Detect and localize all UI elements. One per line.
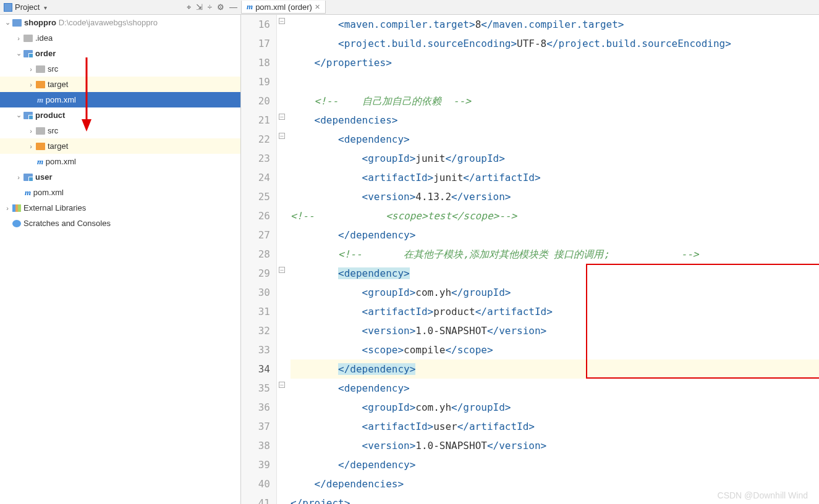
tree-order-target[interactable]: › target <box>0 77 240 92</box>
chevron-right-icon[interactable]: › <box>26 81 36 88</box>
collapse-icon[interactable]: ÷ <box>208 2 212 12</box>
tree-scratches[interactable]: Scratches and Consoles <box>0 216 240 231</box>
folder-icon <box>36 81 45 88</box>
tree-label: shoppro <box>24 18 56 27</box>
folder-icon <box>36 65 45 73</box>
tree-label: src <box>48 64 58 74</box>
tree-label: Scratches and Consoles <box>23 219 111 228</box>
code-editor[interactable]: 1617181920212223242526272829303132333435… <box>241 15 819 504</box>
editor-tabs: m pom.xml (order) ✕ <box>241 0 326 14</box>
project-tree[interactable]: ⌄ shoppro D:\code\javawebgs\shoppro › .i… <box>0 15 241 504</box>
tree-label: pom.xml <box>46 157 76 166</box>
tree-root[interactable]: ⌄ shoppro D:\code\javawebgs\shoppro <box>0 15 240 30</box>
tree-order-src[interactable]: › src <box>0 61 240 77</box>
folder-icon <box>36 143 45 150</box>
tree-product-src[interactable]: › src <box>0 123 240 138</box>
tree-label: target <box>48 141 68 151</box>
folder-icon <box>23 35 33 42</box>
tree-label: product <box>35 111 65 120</box>
line-gutter[interactable]: 1617181920212223242526272829303132333435… <box>241 15 277 504</box>
tree-label: target <box>48 80 68 89</box>
tree-label: pom.xml <box>33 188 64 197</box>
project-panel-header[interactable]: Project ⌖ ⇲ ÷ ⚙ — <box>0 0 241 14</box>
fold-marker-icon[interactable]: – <box>279 267 285 273</box>
chevron-right-icon[interactable]: › <box>2 204 12 212</box>
editor-tab-pom[interactable]: m pom.xml (order) ✕ <box>241 1 326 14</box>
fold-marker-icon[interactable]: – <box>279 18 285 24</box>
maven-file-icon: m <box>247 2 253 12</box>
dropdown-icon[interactable] <box>42 2 47 12</box>
scratches-icon <box>12 220 21 227</box>
fold-strip[interactable]: – – – – – <box>277 15 289 504</box>
module-icon <box>23 50 33 57</box>
project-label: Project <box>15 2 40 12</box>
tree-product-target[interactable]: › target <box>0 138 240 154</box>
chevron-right-icon[interactable]: › <box>26 127 36 135</box>
chevron-right-icon[interactable]: › <box>14 35 23 42</box>
chevron-right-icon[interactable]: › <box>26 65 36 73</box>
libraries-icon <box>12 204 21 212</box>
tree-root-pom[interactable]: m pom.xml <box>0 185 240 200</box>
project-icon <box>4 3 12 12</box>
chevron-down-icon[interactable]: ⌄ <box>2 19 12 27</box>
fold-marker-icon[interactable]: – <box>279 382 285 388</box>
chevron-right-icon[interactable]: › <box>14 174 23 181</box>
fold-marker-icon[interactable]: – <box>279 133 285 139</box>
tree-ext-libs[interactable]: › External Libraries <box>0 200 240 216</box>
tab-filename: pom.xml (order) <box>255 2 312 12</box>
tree-order[interactable]: ⌄ order <box>0 46 240 61</box>
module-icon <box>23 112 33 119</box>
tree-label: External Libraries <box>23 203 86 212</box>
fold-marker-icon[interactable]: – <box>279 114 285 120</box>
tree-label: order <box>35 49 56 58</box>
maven-file-icon: m <box>37 157 43 167</box>
hide-icon[interactable]: — <box>229 2 237 12</box>
folder-icon <box>12 19 22 27</box>
target-icon[interactable]: ⌖ <box>187 2 191 12</box>
chevron-down-icon[interactable]: ⌄ <box>14 111 23 119</box>
maven-file-icon: m <box>37 95 43 105</box>
folder-icon <box>36 127 45 135</box>
chevron-right-icon[interactable]: › <box>26 143 36 150</box>
tree-label: pom.xml <box>46 95 76 104</box>
expand-icon[interactable]: ⇲ <box>196 2 203 12</box>
tree-idea[interactable]: › .idea <box>0 30 240 46</box>
tree-label: user <box>35 172 52 182</box>
chevron-down-icon[interactable]: ⌄ <box>14 49 23 57</box>
close-tab-icon[interactable]: ✕ <box>315 3 320 11</box>
tree-label: .idea <box>35 33 53 43</box>
watermark: CSDN @Downhill Wind <box>718 490 808 500</box>
tree-product-pom[interactable]: m pom.xml <box>0 154 240 169</box>
code-area[interactable]: <maven.compiler.target>8</maven.compiler… <box>291 15 819 504</box>
tree-order-pom[interactable]: m pom.xml <box>0 92 240 107</box>
tree-label: src <box>48 126 58 135</box>
tree-product[interactable]: ⌄ product <box>0 107 240 123</box>
gear-icon[interactable]: ⚙ <box>217 2 224 12</box>
tree-user[interactable]: › user <box>0 169 240 185</box>
module-icon <box>23 174 33 181</box>
maven-file-icon: m <box>25 188 31 198</box>
